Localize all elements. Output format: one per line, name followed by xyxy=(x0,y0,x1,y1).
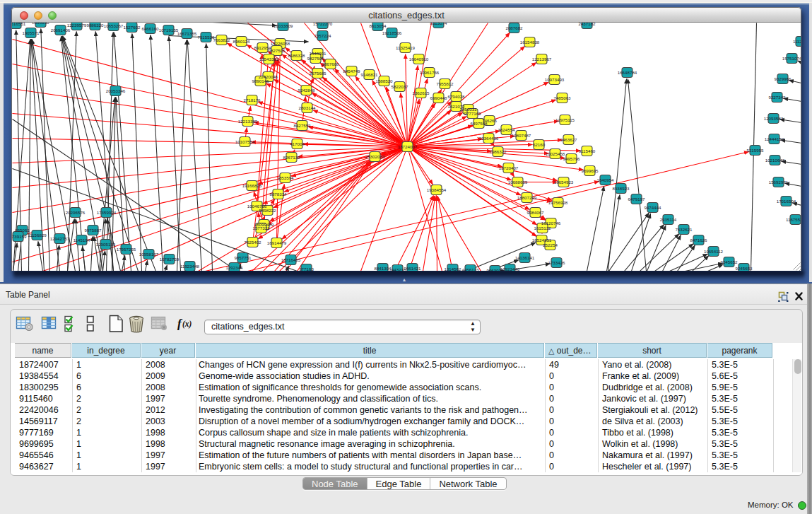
svg-text:9975887: 9975887 xyxy=(84,227,102,232)
svg-text:19166825: 19166825 xyxy=(242,182,262,187)
svg-text:1314562: 1314562 xyxy=(444,266,461,270)
svg-text:18807249: 18807249 xyxy=(517,194,537,199)
svg-text:16120746: 16120746 xyxy=(541,220,561,225)
svg-text:8427552: 8427552 xyxy=(293,122,311,127)
svg-text:12213967: 12213967 xyxy=(532,56,552,61)
svg-text:62160: 62160 xyxy=(533,141,546,146)
svg-text:8471626: 8471626 xyxy=(690,237,707,242)
svg-text:4456123: 4456123 xyxy=(461,267,479,270)
svg-text:16648784: 16648784 xyxy=(618,69,637,74)
svg-text:2803144: 2803144 xyxy=(298,105,316,110)
svg-text:11675533: 11675533 xyxy=(786,216,801,221)
svg-text:9886320: 9886320 xyxy=(86,23,104,28)
svg-text:9777169: 9777169 xyxy=(464,110,481,115)
svg-text:15722270: 15722270 xyxy=(313,23,333,26)
svg-text:6479197: 6479197 xyxy=(628,196,645,201)
svg-text:3675685: 3675685 xyxy=(309,70,326,75)
svg-text:10958107: 10958107 xyxy=(139,251,159,256)
svg-text:20691406: 20691406 xyxy=(51,27,71,32)
svg-text:18524851: 18524851 xyxy=(532,237,552,242)
svg-text:8313074: 8313074 xyxy=(430,23,447,25)
svg-text:9661421: 9661421 xyxy=(404,265,421,270)
svg-text:9890146: 9890146 xyxy=(252,78,269,83)
svg-text:9699695: 9699695 xyxy=(581,168,599,173)
svg-text:8454749: 8454749 xyxy=(343,68,360,73)
svg-text:6466160: 6466160 xyxy=(141,25,159,30)
svg-text:15720407: 15720407 xyxy=(499,165,519,170)
svg-text:9495796: 9495796 xyxy=(563,156,580,160)
svg-text:12942757: 12942757 xyxy=(50,235,70,240)
svg-text:9827506: 9827506 xyxy=(307,55,324,60)
svg-text:10688609: 10688609 xyxy=(508,179,528,184)
svg-text:7357224: 7357224 xyxy=(314,33,331,37)
svg-text:14136141: 14136141 xyxy=(515,255,535,259)
svg-text:10654112: 10654112 xyxy=(704,248,724,253)
svg-text:10973493: 10973493 xyxy=(545,76,565,81)
svg-text:9084067: 9084067 xyxy=(526,209,544,214)
svg-text:16782759: 16782759 xyxy=(160,256,180,261)
svg-text:19756928: 19756928 xyxy=(548,199,568,204)
svg-text:16914479: 16914479 xyxy=(267,240,287,245)
svg-text:8996130: 8996130 xyxy=(32,23,49,25)
svg-text:1546201: 1546201 xyxy=(309,50,326,55)
svg-text:8267130: 8267130 xyxy=(283,154,300,159)
svg-text:15692971: 15692971 xyxy=(769,179,789,184)
svg-text:8938923: 8938923 xyxy=(612,185,630,190)
svg-text:10210643: 10210643 xyxy=(765,157,785,162)
svg-text:10719155: 10719155 xyxy=(159,27,179,32)
svg-text:16154838: 16154838 xyxy=(520,39,540,44)
svg-text:12093583: 12093583 xyxy=(764,115,784,120)
svg-text:(x): (x) xyxy=(182,320,192,329)
svg-text:2867608: 2867608 xyxy=(322,61,339,66)
svg-text:746266: 746266 xyxy=(482,117,497,122)
svg-text:9857751: 9857751 xyxy=(234,255,252,259)
svg-text:6990448: 6990448 xyxy=(430,95,447,100)
svg-text:7955812: 7955812 xyxy=(436,81,454,86)
svg-text:16640910: 16640910 xyxy=(409,56,429,61)
svg-text:17359924: 17359924 xyxy=(97,209,117,214)
svg-text:1362615: 1362615 xyxy=(412,90,430,95)
svg-text:7515526: 7515526 xyxy=(197,34,215,39)
svg-text:7625402: 7625402 xyxy=(244,239,261,244)
svg-text:25302033: 25302033 xyxy=(365,153,385,158)
svg-text:1145194: 1145194 xyxy=(73,237,90,242)
svg-text:9329966: 9329966 xyxy=(774,76,792,81)
svg-text:12213389: 12213389 xyxy=(238,118,258,123)
svg-text:1577321: 1577321 xyxy=(252,225,270,230)
svg-text:417004: 417004 xyxy=(290,141,305,146)
svg-text:2718176: 2718176 xyxy=(243,97,261,102)
svg-text:18724007: 18724007 xyxy=(398,144,418,148)
svg-text:252254: 252254 xyxy=(543,242,558,247)
svg-text:1112744: 1112744 xyxy=(793,38,801,43)
svg-text:8960124: 8960124 xyxy=(233,38,250,43)
svg-text:11923448: 11923448 xyxy=(180,263,200,268)
svg-text:19384554: 19384554 xyxy=(427,187,447,192)
svg-text:7485063: 7485063 xyxy=(553,95,571,100)
svg-text:12239579: 12239579 xyxy=(67,23,87,28)
svg-text:9245653: 9245653 xyxy=(735,265,753,270)
svg-text:11156829: 11156829 xyxy=(28,232,47,237)
svg-text:1905571: 1905571 xyxy=(22,30,40,35)
svg-text:5498222: 5498222 xyxy=(259,207,276,212)
svg-text:1615132: 1615132 xyxy=(534,225,551,230)
svg-text:2087682: 2087682 xyxy=(505,25,523,30)
svg-text:9227342: 9227342 xyxy=(768,94,786,99)
svg-text:10107554: 10107554 xyxy=(235,139,255,144)
svg-text:20364436: 20364436 xyxy=(479,135,499,140)
svg-text:9245652: 9245652 xyxy=(720,259,738,264)
svg-text:5215955: 5215955 xyxy=(746,147,764,152)
svg-text:977163: 977163 xyxy=(299,266,314,270)
svg-text:15751074: 15751074 xyxy=(782,55,801,60)
svg-text:5822037: 5822037 xyxy=(391,83,408,88)
svg-text:17957255: 17957255 xyxy=(117,246,136,251)
svg-text:16671355: 16671355 xyxy=(177,30,197,35)
svg-text:9827505: 9827505 xyxy=(268,47,286,52)
svg-text:10543382: 10543382 xyxy=(259,56,279,61)
svg-text:12444150: 12444150 xyxy=(765,136,784,141)
svg-text:19218506: 19218506 xyxy=(382,30,402,35)
svg-text:11325419: 11325419 xyxy=(396,45,416,49)
svg-text:9242848: 9242848 xyxy=(298,87,315,92)
svg-text:15226058: 15226058 xyxy=(271,40,290,45)
svg-text:12905135: 12905135 xyxy=(96,241,116,246)
svg-text:6794028: 6794028 xyxy=(447,93,465,98)
